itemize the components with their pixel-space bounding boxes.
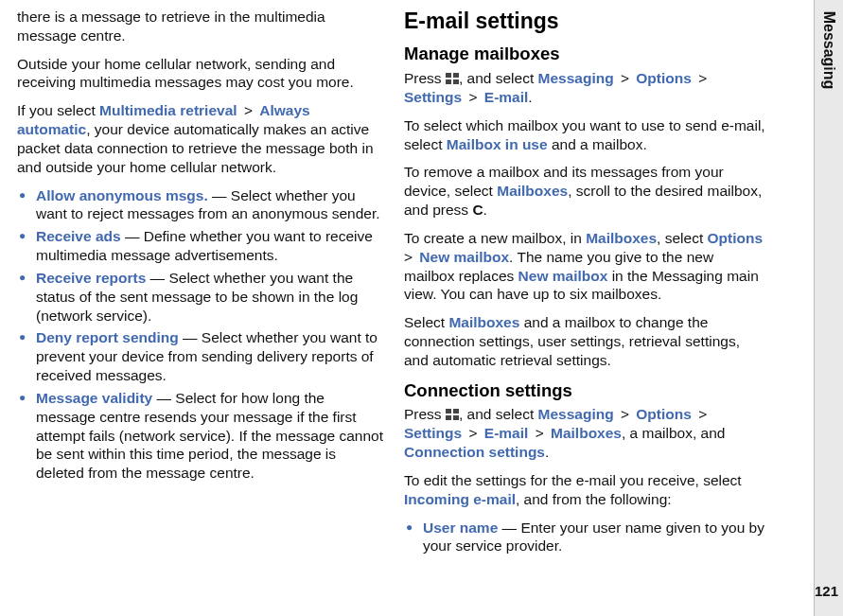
paragraph: Select Mailboxes and a mailbox to change… (404, 313, 766, 369)
path-separator: > (694, 70, 707, 86)
key-c: C (472, 202, 483, 218)
page-number: 121 (815, 583, 838, 599)
list-item: Message validity — Select for how long t… (17, 389, 383, 483)
path-segment: Options (636, 406, 692, 422)
paragraph: Press , and select Messaging > Options >… (404, 405, 766, 461)
menu-key-icon (446, 409, 459, 420)
option-deny-report-sending: Deny report sending (36, 329, 179, 345)
path-segment: E-mail (484, 425, 529, 441)
text: To create a new mailbox, in (404, 230, 586, 246)
option-allow-anonymous: Allow anonymous msgs. (36, 187, 208, 203)
text: and a mailbox. (548, 136, 647, 152)
text: , and select (459, 406, 538, 422)
list-item: Receive ads — Define whether you want to… (17, 227, 383, 265)
option-options: Options (708, 230, 764, 246)
options-list: Allow anonymous msgs. — Select whether y… (17, 186, 383, 483)
option-incoming-email: Incoming e-mail (404, 491, 516, 507)
path-separator: > (694, 406, 707, 422)
paragraph: there is a message to retrieve in the mu… (17, 8, 383, 45)
text: Press (404, 406, 446, 422)
list-item: Allow anonymous msgs. — Select whether y… (17, 186, 383, 224)
path-segment: Messaging (538, 406, 614, 422)
svg-rect-6 (446, 415, 451, 420)
page: there is a message to retrieve in the mu… (0, 0, 843, 616)
heading-manage-mailboxes: Manage mailboxes (404, 43, 766, 65)
svg-rect-0 (446, 73, 451, 78)
paragraph: To edit the settings for the e-mail you … (404, 471, 766, 509)
path-segment: Options (636, 70, 692, 86)
path-separator: > (617, 70, 634, 86)
list-item: Deny report sending — Select whether you… (17, 328, 383, 384)
option-mailboxes: Mailboxes (497, 183, 568, 199)
paragraph: To create a new mailbox, in Mailboxes, s… (404, 229, 766, 304)
right-column: E-mail settings Manage mailboxes Press ,… (400, 8, 783, 608)
path-segment: Messaging (538, 70, 614, 86)
path-segment: E-mail (484, 89, 529, 105)
text: . (545, 444, 549, 460)
path-segment: Settings (404, 425, 462, 441)
text: To edit the settings for the e-mail you … (404, 472, 742, 488)
paragraph: To remove a mailbox and its messages fro… (404, 163, 766, 219)
path-separator: > (240, 102, 257, 118)
path-separator: > (465, 425, 482, 441)
options-list: User name — Enter your user name given t… (404, 519, 766, 556)
menu-key-icon (446, 73, 459, 84)
left-column: there is a message to retrieve in the mu… (17, 8, 400, 608)
option-connection-settings: Connection settings (404, 444, 545, 460)
option-mailbox-in-use: Mailbox in use (447, 136, 548, 152)
option-receive-reports: Receive reports (36, 270, 146, 286)
list-item: Receive reports — Select whether you wan… (17, 269, 383, 325)
text: If you select (17, 102, 99, 118)
svg-rect-4 (446, 409, 451, 414)
section-label: Messaging (820, 11, 837, 90)
heading-email-settings: E-mail settings (404, 8, 766, 35)
option-message-validity: Message validity (36, 390, 152, 406)
svg-rect-2 (446, 79, 451, 84)
option-mailboxes: Mailboxes (586, 230, 657, 246)
option-mailboxes: Mailboxes (448, 314, 519, 330)
option-multimedia-retrieval: Multimedia retrieval (99, 102, 237, 118)
path-separator: > (404, 249, 416, 265)
path-separator: > (465, 89, 482, 105)
option-new-mailbox: New mailbox (419, 249, 509, 265)
path-separator: > (531, 425, 548, 441)
paragraph: To select which mailbox you want to use … (404, 116, 766, 154)
option-user-name: User name (423, 519, 498, 536)
path-segment: Mailboxes (551, 425, 622, 441)
option-receive-ads: Receive ads (36, 228, 121, 244)
paragraph: If you select Multimedia retrieval > Alw… (17, 101, 383, 176)
paragraph: Outside your home cellular network, send… (17, 55, 383, 93)
path-separator: > (617, 406, 634, 422)
text: , and from the following: (516, 491, 672, 507)
text: , select (657, 230, 707, 246)
heading-connection-settings: Connection settings (404, 379, 766, 402)
text: Select (404, 314, 448, 330)
option-new-mailbox: New mailbox (518, 268, 608, 284)
text: . (528, 89, 532, 105)
path-segment: Settings (404, 89, 462, 105)
text: . (483, 202, 487, 218)
paragraph: Press , and select Messaging > Options >… (404, 69, 766, 107)
text: Press (404, 70, 446, 86)
text: , and select (459, 70, 538, 86)
text: , a mailbox, and (622, 425, 725, 441)
list-item: User name — Enter your user name given t… (404, 519, 766, 556)
section-tab: Messaging 121 (814, 0, 843, 616)
